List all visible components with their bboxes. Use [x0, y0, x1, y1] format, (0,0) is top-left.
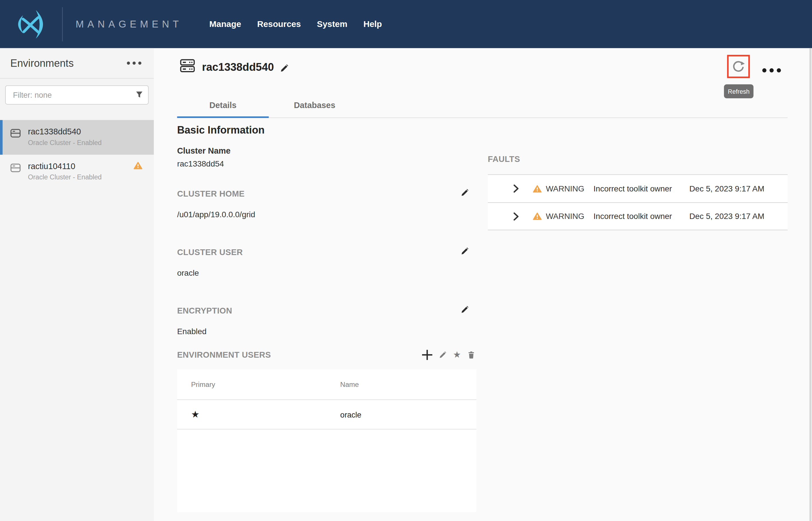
- fault-row[interactable]: WARNING Incorrect toolkit owner Dec 5, 2…: [488, 202, 788, 230]
- field-label: CLUSTER HOME: [177, 189, 477, 199]
- table-row[interactable]: ★ oracle: [177, 400, 477, 430]
- environment-name: rac1338dd540: [28, 127, 102, 136]
- environment-item-rac1338dd540[interactable]: rac1338dd540 Oracle Cluster - Enabled: [0, 120, 154, 155]
- field-cluster-home: CLUSTER HOME /u01/app/19.0.0.0/grid: [177, 189, 477, 220]
- star-icon: ★: [453, 351, 461, 359]
- fault-timestamp: Dec 5, 2023 9:17 AM: [689, 211, 764, 221]
- fault-severity: WARNING: [546, 211, 594, 221]
- field-encryption: ENCRYPTION Enabled: [177, 307, 477, 336]
- delphix-logo-icon: [11, 7, 50, 41]
- sidebar-title: Environments: [10, 57, 74, 69]
- host-icon: [10, 163, 21, 189]
- field-value: rac1338dd54: [177, 159, 477, 168]
- user-name: oracle: [341, 410, 361, 419]
- field-value: oracle: [177, 269, 477, 278]
- delete-user-button[interactable]: [467, 351, 475, 359]
- tab-details[interactable]: Details: [177, 96, 269, 117]
- field-label: CLUSTER USER: [177, 248, 477, 257]
- edit-title-pencil-icon[interactable]: [280, 64, 289, 75]
- fault-row[interactable]: WARNING Incorrect toolkit owner Dec 5, 2…: [488, 174, 788, 202]
- host-icon: [10, 129, 21, 155]
- expand-chevron-icon[interactable]: [511, 184, 519, 194]
- detail-tabs: Details Databases: [177, 96, 788, 118]
- column-header-primary: Primary: [191, 381, 340, 388]
- environment-users-header: ENVIRONMENT USERS ★: [177, 349, 477, 360]
- fault-message: Incorrect toolkit owner: [594, 211, 672, 221]
- expand-chevron-icon[interactable]: [511, 211, 519, 221]
- nav-help[interactable]: Help: [363, 19, 382, 29]
- environment-list: rac1338dd540 Oracle Cluster - Enabled ra…: [0, 120, 154, 189]
- brand-text: MANAGEMENT: [76, 18, 182, 30]
- column-header-name: Name: [341, 381, 359, 388]
- environment-name: ractiu104110: [28, 162, 102, 171]
- edit-cluster-user-pencil-icon[interactable]: [460, 247, 469, 258]
- nav-resources[interactable]: Resources: [257, 19, 301, 29]
- app-window: MANAGEMENT Manage Resources System Help …: [0, 0, 812, 521]
- environment-item-ractiu104110[interactable]: ractiu104110 Oracle Cluster - Enabled: [0, 155, 154, 189]
- actions-kebab-menu[interactable]: [760, 66, 783, 74]
- edit-cluster-home-pencil-icon[interactable]: [460, 188, 469, 199]
- add-user-button[interactable]: [422, 349, 432, 360]
- fault-message: Incorrect toolkit owner: [594, 184, 672, 193]
- trash-icon: [467, 351, 475, 359]
- fault-severity: WARNING: [546, 184, 594, 193]
- environment-type: Oracle Cluster - Enabled: [28, 139, 102, 146]
- cluster-server-icon: [180, 58, 195, 75]
- field-label: Cluster Name: [177, 146, 477, 156]
- delphix-logo[interactable]: [8, 6, 53, 42]
- faults-title: FAULTS: [488, 155, 520, 164]
- edit-user-button[interactable]: [438, 351, 447, 359]
- edit-encryption-pencil-icon[interactable]: [460, 305, 469, 316]
- nav-manage[interactable]: Manage: [209, 19, 241, 29]
- refresh-button[interactable]: [727, 55, 750, 78]
- pencil-icon: [438, 351, 447, 359]
- page-title: rac1338dd540: [202, 61, 274, 73]
- top-navigation: Manage Resources System Help: [209, 19, 382, 29]
- field-value: /u01/app/19.0.0.0/grid: [177, 210, 477, 219]
- set-primary-user-button[interactable]: ★: [453, 351, 461, 359]
- field-cluster-name: Cluster Name rac1338dd54: [177, 146, 477, 169]
- table-header-row: Primary Name: [177, 369, 477, 400]
- section-title: Basic Information: [177, 124, 265, 136]
- faults-list: WARNING Incorrect toolkit owner Dec 5, 2…: [488, 174, 788, 230]
- field-cluster-user: CLUSTER USER oracle: [177, 248, 477, 278]
- tab-databases[interactable]: Databases: [269, 96, 360, 117]
- plus-icon: [422, 349, 432, 360]
- environment-filter-input[interactable]: [5, 85, 149, 105]
- sidebar-kebab-menu[interactable]: [125, 60, 144, 67]
- environment-type: Oracle Cluster - Enabled: [28, 173, 102, 181]
- warning-icon: [134, 161, 142, 172]
- refresh-icon: [732, 60, 745, 74]
- vertical-scrollbar[interactable]: [809, 48, 811, 521]
- primary-star-icon: ★: [191, 409, 340, 420]
- field-value: Enabled: [177, 327, 477, 336]
- topbar: MANAGEMENT Manage Resources System Help: [0, 0, 812, 48]
- field-label: ENCRYPTION: [177, 307, 477, 316]
- filter-funnel-icon[interactable]: [136, 91, 143, 100]
- environment-users-table: Primary Name ★ oracle: [177, 369, 477, 512]
- topbar-divider: [62, 7, 63, 41]
- warning-icon: [533, 185, 542, 193]
- nav-system[interactable]: System: [317, 19, 347, 29]
- environment-users-title: ENVIRONMENT USERS: [177, 350, 271, 359]
- fault-timestamp: Dec 5, 2023 9:17 AM: [689, 184, 764, 193]
- environments-sidebar: Environments rac1338dd540 Oracle Cluster…: [0, 48, 154, 521]
- warning-icon: [533, 212, 542, 220]
